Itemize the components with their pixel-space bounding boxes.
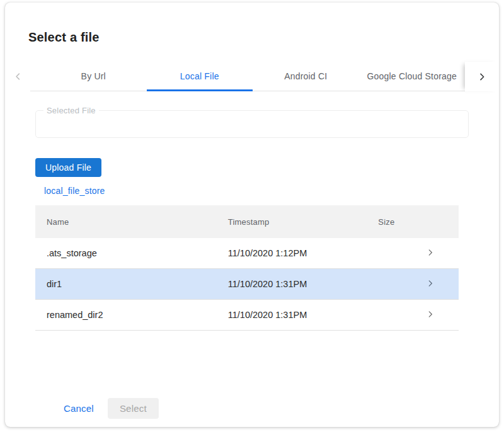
upload-file-button[interactable]: Upload File: [35, 158, 101, 177]
table-row-selected[interactable]: dir1 11/10/2020 1:31PM: [35, 269, 459, 300]
table-row[interactable]: renamed_dir2 11/10/2020 1:31PM: [35, 300, 459, 331]
page-title: Select a file: [5, 3, 499, 45]
column-header-size: Size: [378, 217, 402, 227]
tab-google-cloud-storage[interactable]: Google Cloud Storage: [359, 62, 466, 91]
tab-panel-local-file: Selected File Upload File local_file_sto…: [5, 110, 499, 419]
local-file-store-link[interactable]: local_file_store: [44, 186, 105, 196]
selected-file-field-wrapper: Selected File: [35, 110, 469, 138]
file-name: dir1: [35, 279, 228, 289]
file-name: renamed_dir2: [35, 310, 228, 320]
tab-local-file[interactable]: Local File: [147, 62, 253, 91]
file-name: .ats_storage: [35, 248, 228, 258]
select-file-dialog: Select a file By Url Local File Android …: [5, 3, 499, 427]
chevron-right-icon: [477, 72, 487, 82]
tabs-container: By Url Local File Android CI Google Clou…: [30, 62, 465, 91]
tab-bar: By Url Local File Android CI Google Clou…: [5, 62, 499, 91]
chevron-left-icon: [13, 72, 23, 81]
tab-android-ci[interactable]: Android CI: [253, 62, 359, 91]
cancel-button[interactable]: Cancel: [64, 399, 94, 418]
selected-file-input[interactable]: [36, 111, 468, 137]
table-row[interactable]: .ats_storage 11/10/2020 1:12PM: [35, 238, 459, 269]
tabs-scroll-left-button[interactable]: [5, 62, 30, 91]
select-button[interactable]: Select: [108, 398, 159, 419]
chevron-right-icon: [426, 279, 435, 290]
chevron-right-icon: [426, 310, 435, 321]
tab-by-url[interactable]: By Url: [40, 62, 147, 91]
row-expand-button[interactable]: [402, 310, 459, 321]
chevron-right-icon: [426, 248, 435, 259]
row-expand-button[interactable]: [402, 279, 459, 290]
dialog-actions: Cancel Select: [35, 398, 469, 419]
tabs-scroll-right-button[interactable]: [465, 62, 499, 91]
column-header-name: Name: [35, 217, 228, 227]
selected-file-field-label: Selected File: [43, 106, 99, 115]
file-table: Name Timestamp Size .ats_storage 11/10/2…: [35, 205, 459, 331]
row-expand-button[interactable]: [402, 248, 459, 259]
file-timestamp: 11/10/2020 1:12PM: [228, 248, 379, 258]
file-timestamp: 11/10/2020 1:31PM: [228, 279, 379, 289]
column-header-timestamp: Timestamp: [228, 217, 379, 227]
table-header-row: Name Timestamp Size: [35, 205, 459, 238]
file-timestamp: 11/10/2020 1:31PM: [228, 310, 379, 320]
